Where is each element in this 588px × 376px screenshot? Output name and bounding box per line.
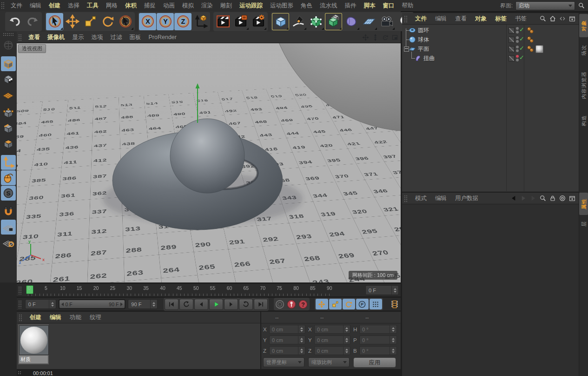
coordinate-system-button[interactable] bbox=[192, 13, 209, 30]
floor-button[interactable] bbox=[360, 13, 377, 30]
volume-button[interactable] bbox=[343, 13, 360, 30]
object-row-sphere[interactable]: 球体✓ bbox=[402, 35, 579, 44]
search-icon[interactable] bbox=[539, 15, 547, 22]
menubar-item[interactable]: 动画 bbox=[159, 0, 178, 11]
redo-button[interactable] bbox=[24, 13, 41, 30]
points-mode-button[interactable] bbox=[1, 106, 16, 121]
coordinate-input[interactable]: 0 ° bbox=[359, 346, 397, 355]
interface-dropdown[interactable]: 启动 bbox=[515, 1, 575, 10]
coordinate-input[interactable]: 0 cm bbox=[269, 336, 305, 344]
move-button[interactable] bbox=[64, 13, 81, 30]
stepper-icon[interactable] bbox=[343, 347, 350, 355]
coordinate-input[interactable]: 0 cm bbox=[314, 336, 350, 344]
enable-axis-button[interactable] bbox=[1, 155, 16, 170]
phong-tag-icon[interactable] bbox=[527, 45, 534, 53]
stepper-icon[interactable] bbox=[150, 300, 157, 309]
viewport-menu-item[interactable]: 选项 bbox=[88, 32, 107, 43]
timeline-drag-handle[interactable] bbox=[18, 286, 22, 295]
viewport-maximize-button[interactable] bbox=[390, 33, 399, 41]
rotate-button[interactable] bbox=[99, 13, 116, 30]
viewport-rotate-view-button[interactable] bbox=[381, 33, 389, 41]
editor-visibility-dot[interactable] bbox=[516, 36, 519, 39]
viewport-solo-button[interactable] bbox=[1, 170, 16, 185]
viewport-menu-item[interactable]: 过滤 bbox=[107, 32, 126, 43]
render-visibility-dot[interactable] bbox=[516, 40, 519, 43]
layer-box[interactable] bbox=[509, 46, 515, 52]
spline-pen-button[interactable] bbox=[290, 13, 307, 30]
stepper-icon[interactable] bbox=[343, 336, 350, 344]
viewport-menu-item[interactable]: 摄像机 bbox=[44, 32, 69, 43]
target-icon[interactable] bbox=[559, 195, 566, 202]
render-settings-button[interactable] bbox=[250, 13, 267, 30]
render-picture-viewer-button[interactable] bbox=[232, 13, 249, 30]
model-mode-button[interactable] bbox=[1, 56, 16, 71]
render-visibility-dot[interactable] bbox=[516, 49, 519, 52]
sphere-object[interactable] bbox=[170, 119, 244, 193]
rotate-workplane-button[interactable] bbox=[1, 235, 16, 250]
material-tag-icon[interactable] bbox=[535, 45, 543, 53]
mode-toolbar-drag-handle[interactable] bbox=[3, 33, 14, 36]
material-menubar-handle[interactable] bbox=[19, 314, 23, 321]
menubar-item[interactable]: 选择 bbox=[64, 0, 83, 11]
viewport-menu-item[interactable]: 面板 bbox=[126, 32, 145, 43]
menubar-item[interactable]: 渲染 bbox=[198, 0, 217, 11]
material-menu-item[interactable]: 功能 bbox=[66, 312, 86, 323]
enabled-check-icon[interactable]: ✓ bbox=[519, 26, 524, 33]
menubar-item[interactable]: 文件 bbox=[7, 0, 26, 11]
transport-drag-handle[interactable] bbox=[18, 300, 21, 309]
status-bar-handle[interactable] bbox=[18, 371, 22, 375]
last-used-tool-button[interactable] bbox=[117, 13, 134, 30]
goto-start-button[interactable] bbox=[165, 299, 178, 310]
play-button[interactable] bbox=[209, 299, 223, 310]
range-left-arrow-icon[interactable] bbox=[61, 302, 64, 306]
enabled-check-icon[interactable]: ✓ bbox=[519, 35, 524, 42]
menubar-item[interactable]: 流水线 bbox=[316, 0, 341, 11]
timeline-frame-field[interactable]: 0 F bbox=[365, 285, 399, 295]
stepper-icon[interactable] bbox=[343, 325, 350, 333]
collapse-icon[interactable] bbox=[559, 15, 566, 22]
layer-box[interactable] bbox=[509, 37, 515, 43]
scale-ratio-dropdown[interactable]: 缩放比例 bbox=[308, 357, 350, 367]
menubar-item[interactable]: 工具 bbox=[83, 0, 102, 11]
object-manager-menu-item[interactable]: 对象 bbox=[471, 13, 491, 24]
panel-tab-构造[interactable]: 构造 bbox=[579, 110, 588, 131]
editor-visibility-dot[interactable] bbox=[516, 46, 519, 48]
editor-visibility-dot[interactable] bbox=[516, 55, 519, 58]
stepper-icon[interactable] bbox=[49, 300, 56, 309]
scale-button[interactable] bbox=[81, 13, 99, 30]
edges-mode-button[interactable] bbox=[1, 121, 16, 136]
next-key-button[interactable] bbox=[239, 299, 253, 310]
end-frame-field[interactable]: 90 F bbox=[128, 299, 157, 309]
object-manager-menu-item[interactable]: 文件 bbox=[411, 13, 431, 24]
range-right-arrow-icon[interactable] bbox=[120, 302, 123, 306]
tree-expander[interactable] bbox=[404, 47, 409, 52]
back-icon[interactable] bbox=[510, 195, 517, 202]
add-primitive-button[interactable] bbox=[272, 13, 289, 30]
texture-mode-button[interactable] bbox=[1, 72, 16, 87]
material-menu-item[interactable]: 创建 bbox=[26, 312, 46, 323]
search-icon[interactable] bbox=[539, 195, 547, 202]
viewport-menu-item[interactable]: 显示 bbox=[69, 32, 88, 43]
current-frame-field[interactable]: 0 F bbox=[25, 299, 56, 309]
menubar-drag-handle[interactable] bbox=[1, 2, 5, 9]
menubar-item[interactable]: 雕刻 bbox=[217, 0, 236, 11]
lock-workplane-button[interactable] bbox=[1, 220, 16, 235]
stepper-icon[interactable] bbox=[298, 336, 305, 344]
enabled-check-icon[interactable]: ✓ bbox=[519, 54, 524, 61]
make-editable-button[interactable] bbox=[1, 38, 16, 53]
snap-indicator-button[interactable]: S bbox=[1, 186, 16, 201]
menubar-item[interactable]: 模拟 bbox=[178, 0, 198, 11]
panel-tab-属性[interactable]: 属性 bbox=[579, 193, 588, 215]
record-parameter-toggle[interactable]: P bbox=[356, 299, 369, 309]
preview-range-slider[interactable]: 0 F 90 F bbox=[59, 299, 126, 309]
render-visibility-dot[interactable] bbox=[516, 31, 519, 34]
menubar-item[interactable]: 创建 bbox=[45, 0, 64, 11]
addbox-icon[interactable] bbox=[568, 195, 576, 202]
record-pla-toggle[interactable] bbox=[370, 299, 382, 309]
timeline-window-button[interactable] bbox=[389, 298, 401, 310]
coordinate-input[interactable]: 0 ° bbox=[359, 336, 397, 344]
stepper-icon[interactable] bbox=[298, 347, 305, 355]
attribute-menu-item[interactable]: 用户数据 bbox=[451, 193, 482, 204]
attribute-menu-item[interactable]: 编辑 bbox=[431, 193, 451, 204]
autokey-question-button[interactable]: ? bbox=[298, 299, 309, 309]
